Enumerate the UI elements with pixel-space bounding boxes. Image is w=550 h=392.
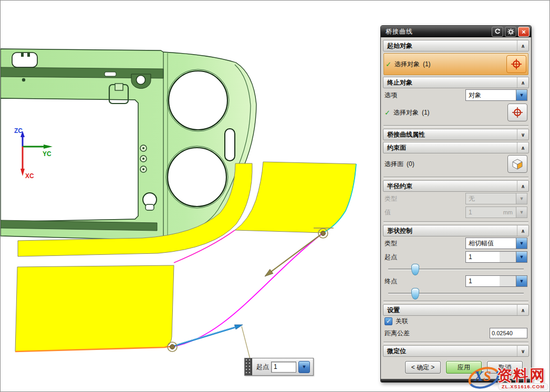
section-end-object[interactable]: 终止对象 ∧ <box>383 77 529 88</box>
leader-line <box>242 326 251 361</box>
start-select-button[interactable] <box>506 55 526 73</box>
top-left-hole <box>12 53 37 67</box>
section-radius-constraint-label: 半径约束 <box>387 182 412 191</box>
shape-start-value: 1 <box>466 253 516 261</box>
spinner-arrow-icon[interactable]: ▼ <box>516 276 527 286</box>
collapse-chevron-icon[interactable]: ∧ <box>517 181 528 191</box>
section-settings-label: 设置 <box>387 306 400 315</box>
section-shape-control[interactable]: 形状控制 ∧ <box>383 225 529 236</box>
shape-type-dropdown[interactable]: 相切幅值 ▼ <box>465 238 527 249</box>
side-slot <box>225 129 235 161</box>
gauge-circle-top <box>169 71 227 130</box>
end-option-dropdown[interactable]: 对象 ▼ <box>465 89 527 101</box>
tolerance-label: 距离公差 <box>385 329 410 338</box>
section-micro-positioning[interactable]: 微定位 ∨ <box>383 345 529 357</box>
section-constraint-face-label: 约束面 <box>387 143 406 152</box>
section-bridge-properties[interactable]: 桥接曲线属性 ∨ <box>383 129 529 140</box>
expand-chevron-icon[interactable]: ∨ <box>517 129 528 140</box>
collapse-chevron-icon[interactable]: ∧ <box>517 77 528 88</box>
end-select-row[interactable]: ✓ 选择对象 (1) <box>383 102 529 123</box>
shape-end-row: 终点 1 ▼ <box>383 274 529 288</box>
shape-type-value: 相切幅值 <box>466 239 516 248</box>
section-start-object[interactable]: 起始对象 ∧ <box>383 40 529 51</box>
gauge-circle-bottom <box>168 148 226 207</box>
associative-checkbox[interactable]: ✓ <box>385 317 392 325</box>
section-shape-control-label: 形状控制 <box>387 226 412 235</box>
associative-row[interactable]: ✓ 关联 <box>383 316 529 327</box>
slider-track[interactable] <box>388 293 524 294</box>
dialog-titlebar[interactable]: 桥接曲线 × <box>381 26 531 37</box>
shape-type-label: 类型 <box>385 239 397 248</box>
drag-handle[interactable] <box>245 358 252 375</box>
cube-face-icon <box>512 158 523 170</box>
radius-value-field: 1 mm ▼ <box>465 207 527 218</box>
mount-hole-slot <box>146 204 154 210</box>
dialog-title: 桥接曲线 <box>386 27 490 36</box>
shape-start-field[interactable]: 1 ▼ <box>465 251 527 263</box>
collapse-chevron-icon[interactable]: ∧ <box>517 142 528 153</box>
watermark: XS 资料网 ZL.XS1616.COM <box>466 364 548 391</box>
check-icon: ✓ <box>386 60 391 68</box>
collapse-chevron-icon[interactable]: ∧ <box>517 40 528 51</box>
rivet-holes <box>140 145 147 172</box>
separator <box>383 177 528 179</box>
green-part[interactable] <box>1 49 256 240</box>
face-select-label: 选择面 <box>385 160 403 169</box>
face-select-row[interactable]: 选择面 (0) <box>383 153 529 174</box>
radius-value: 1 <box>466 209 503 216</box>
start-tangent-highlight <box>174 327 235 345</box>
end-tangent-shaft[interactable] <box>271 235 320 272</box>
slider-track[interactable] <box>388 269 524 270</box>
end-select-button[interactable] <box>507 104 527 121</box>
collapse-chevron-icon[interactable]: ∧ <box>517 305 528 315</box>
separator <box>383 342 528 344</box>
radius-type-label: 类型 <box>385 194 397 203</box>
onscreen-start-input[interactable]: 起点 1 ▼ <box>244 358 314 376</box>
dropdown-arrow-icon[interactable]: ▼ <box>516 238 527 249</box>
slider-thumb[interactable] <box>411 264 419 275</box>
dropdown-arrow-icon[interactable]: ▼ <box>516 90 527 100</box>
start-tangent-shaft[interactable] <box>174 327 235 346</box>
section-radius-constraint[interactable]: 半径约束 ∧ <box>383 180 529 192</box>
collapse-chevron-icon[interactable]: ∧ <box>517 225 528 236</box>
reset-icon <box>494 28 501 35</box>
triad-z-label: ZC <box>14 127 23 135</box>
settings-button[interactable] <box>505 27 516 37</box>
expand-chevron-icon[interactable]: ∨ <box>517 346 528 356</box>
separator <box>383 221 528 223</box>
triad-x-label: XC <box>25 172 34 180</box>
radius-value-label: 值 <box>385 208 391 217</box>
tolerance-field[interactable]: 0.02540 <box>490 328 527 338</box>
separator <box>383 125 528 127</box>
rail-slot <box>105 72 116 76</box>
shape-start-row: 起点 1 ▼ <box>383 250 529 264</box>
shape-end-slider[interactable] <box>387 288 525 298</box>
shape-start-slider[interactable] <box>387 264 525 274</box>
section-settings[interactable]: 设置 ∧ <box>383 304 529 316</box>
end-tangent-arrowhead[interactable] <box>265 269 273 276</box>
shape-end-field[interactable]: 1 ▼ <box>465 275 527 287</box>
close-button[interactable]: × <box>518 27 530 37</box>
start-input-spinner[interactable]: ▼ <box>298 361 310 373</box>
small-dot <box>22 78 25 81</box>
yellow-lower-surface[interactable] <box>15 265 174 352</box>
ok-button[interactable]: < 确定 > <box>405 361 441 374</box>
section-constraint-face[interactable]: 约束面 ∧ <box>383 142 529 153</box>
spinner-arrow-icon[interactable]: ▼ <box>516 252 527 262</box>
application-viewport: ZC YC XC 起点 1 ▼ 桥接曲线 <box>0 0 550 392</box>
yellow-right-surface[interactable] <box>235 162 356 233</box>
end-option-label: 选项 <box>385 91 397 100</box>
start-select-row[interactable]: ✓ 选择对象 (1) <box>383 53 528 75</box>
start-tangent-handle[interactable] <box>174 325 243 346</box>
face-select-count: (0) <box>407 160 414 168</box>
bridge-curve-dialog: 桥接曲线 × <box>380 25 532 383</box>
radius-type-value: 无 <box>466 194 516 203</box>
separator <box>383 301 528 303</box>
face-select-button[interactable] <box>507 155 527 173</box>
end-option-value: 对象 <box>466 91 516 100</box>
start-input-field[interactable]: 1 <box>271 362 296 373</box>
slider-thumb[interactable] <box>411 288 419 300</box>
radius-type-row: 类型 无 ▼ <box>383 192 529 205</box>
boss-hole <box>137 76 146 85</box>
reset-button[interactable] <box>492 27 503 37</box>
